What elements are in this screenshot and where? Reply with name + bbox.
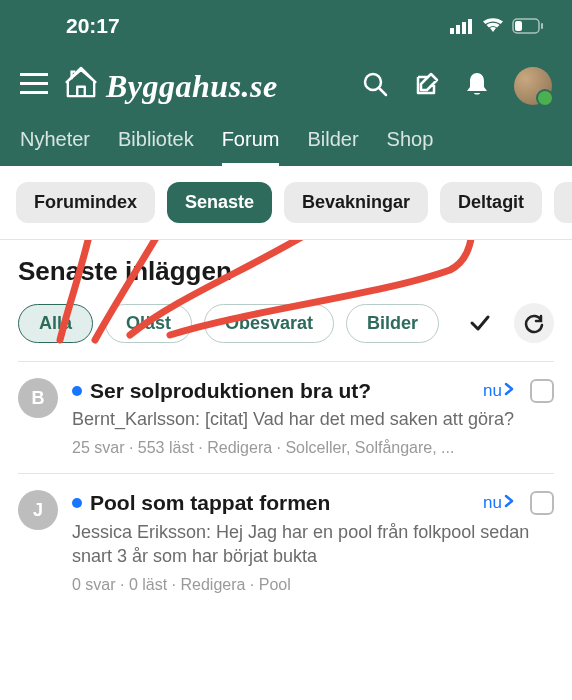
thread-time-link[interactable]: nu <box>483 493 514 513</box>
menu-icon[interactable] <box>20 73 48 99</box>
battery-icon <box>512 18 544 34</box>
subnav-senaste[interactable]: Senaste <box>167 182 272 223</box>
svg-rect-6 <box>541 23 543 29</box>
filter-olast[interactable]: Oläst <box>105 304 192 343</box>
sub-nav: Forumindex Senaste Bevakningar Deltagit … <box>0 166 572 240</box>
house-icon <box>62 66 100 106</box>
compose-icon[interactable] <box>414 71 440 101</box>
subnav-deltagit[interactable]: Deltagit <box>440 182 542 223</box>
thread-title[interactable]: Ser solproduktionen bra ut? <box>90 378 371 403</box>
nav-bilder[interactable]: Bilder <box>307 128 358 166</box>
svg-rect-1 <box>456 25 460 34</box>
nav-shop[interactable]: Shop <box>387 128 434 166</box>
chevron-right-icon <box>504 381 514 401</box>
bell-icon[interactable] <box>466 71 488 101</box>
thread-row[interactable]: B Ser solproduktionen bra ut? nu Bernt_K… <box>18 361 554 473</box>
svg-line-11 <box>379 88 386 95</box>
subnav-bevakningar[interactable]: Bevakningar <box>284 182 428 223</box>
filter-bilder[interactable]: Bilder <box>346 304 439 343</box>
nav-nyheter[interactable]: Nyheter <box>20 128 90 166</box>
page-title: Senaste inläggen <box>18 256 554 287</box>
svg-rect-3 <box>468 19 472 34</box>
svg-rect-2 <box>462 22 466 34</box>
site-logo[interactable]: Byggahus.se <box>62 66 278 106</box>
thread-excerpt: Bernt_Karlsson: [citat] Vad har det med … <box>72 407 554 431</box>
filter-obesvarat[interactable]: Obesvarat <box>204 304 334 343</box>
signal-icon <box>450 18 474 34</box>
avatar[interactable] <box>514 67 552 105</box>
thread-meta: 0 svar · 0 läst · Redigera · Pool <box>72 576 554 594</box>
logo-text: Byggahus.se <box>106 68 278 105</box>
svg-rect-7 <box>20 73 48 76</box>
status-time: 20:17 <box>28 14 120 38</box>
thread-title[interactable]: Pool som tappat formen <box>90 490 330 515</box>
thread-meta: 25 svar · 553 läst · Redigera · Solcelle… <box>72 439 554 457</box>
unread-dot-icon <box>72 498 82 508</box>
thread-excerpt: Jessica Eriksson: Hej Jag har en pool fr… <box>72 520 554 569</box>
thread-avatar[interactable]: B <box>18 378 58 418</box>
thread-checkbox[interactable] <box>530 379 554 403</box>
svg-rect-9 <box>20 91 48 94</box>
mark-read-button[interactable] <box>460 303 500 343</box>
thread-avatar[interactable]: J <box>18 490 58 530</box>
svg-rect-0 <box>450 28 454 34</box>
nav-forum[interactable]: Forum <box>222 128 280 166</box>
subnav-overflow[interactable]: Ol <box>554 182 572 223</box>
chevron-right-icon <box>504 493 514 513</box>
refresh-button[interactable] <box>514 303 554 343</box>
wifi-icon <box>482 18 504 34</box>
thread-row[interactable]: J Pool som tappat formen nu Jessica Erik… <box>18 473 554 610</box>
svg-rect-8 <box>20 82 48 85</box>
status-bar: 20:17 <box>0 0 572 48</box>
search-icon[interactable] <box>362 71 388 101</box>
subnav-forumindex[interactable]: Forumindex <box>16 182 155 223</box>
svg-rect-5 <box>515 21 522 31</box>
filter-alla[interactable]: Alla <box>18 304 93 343</box>
nav-bibliotek[interactable]: Bibliotek <box>118 128 194 166</box>
filter-bar: Alla Oläst Obesvarat Bilder <box>18 303 554 343</box>
main-nav: Nyheter Bibliotek Forum Bilder Shop <box>0 120 572 166</box>
thread-time-link[interactable]: nu <box>483 381 514 401</box>
unread-dot-icon <box>72 386 82 396</box>
thread-checkbox[interactable] <box>530 491 554 515</box>
